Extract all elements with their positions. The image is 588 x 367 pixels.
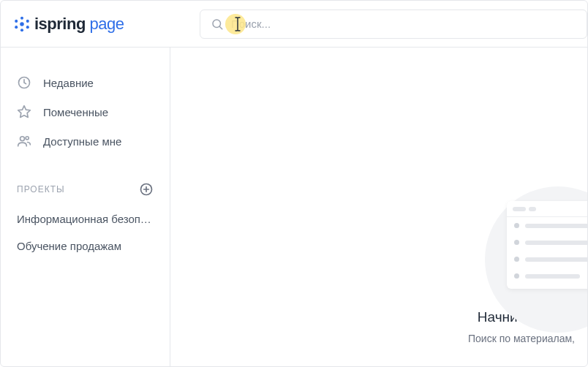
sidebar-item-label: Помеченные	[43, 106, 108, 118]
logo-brand1: ispring	[34, 15, 86, 33]
users-icon	[17, 134, 31, 148]
search-container	[170, 10, 587, 39]
logo-brand2: page	[86, 15, 124, 33]
svg-point-5	[15, 26, 18, 29]
search-input[interactable]	[231, 18, 576, 30]
plus-circle-icon	[139, 182, 154, 197]
svg-line-8	[219, 26, 222, 29]
sidebar-item-shared[interactable]: Доступные мне	[1, 126, 170, 156]
clock-icon	[17, 75, 31, 90]
empty-illustration	[456, 194, 587, 289]
search-box[interactable]	[200, 10, 587, 39]
sidebar-item-label: Доступные мне	[43, 135, 121, 148]
empty-subtitle: Поиск по материалам,	[426, 333, 587, 344]
svg-point-2	[20, 29, 23, 31]
sidebar: Недавние Помеченные Доступные мне ПРОЕКТ…	[1, 48, 170, 366]
svg-marker-10	[18, 106, 31, 118]
topbar: ispring page	[1, 1, 587, 48]
body: Недавние Помеченные Доступные мне ПРОЕКТ…	[1, 48, 587, 366]
sidebar-item-starred[interactable]: Помеченные	[1, 97, 170, 126]
svg-point-4	[26, 19, 29, 22]
logo-text: ispring page	[34, 15, 124, 34]
add-project-button[interactable]	[139, 182, 154, 197]
empty-state: Начните ввод Поиск по материалам,	[426, 194, 587, 344]
search-icon	[211, 18, 224, 31]
projects-title: ПРОЕКТЫ	[17, 184, 65, 194]
svg-point-1	[20, 16, 23, 19]
project-item[interactable]: Информационная безоп…	[1, 205, 170, 232]
projects-section-header: ПРОЕКТЫ	[1, 182, 170, 197]
project-item[interactable]: Обучение продажам	[1, 232, 170, 260]
svg-point-6	[26, 26, 29, 29]
main-content: Начните ввод Поиск по материалам,	[170, 48, 587, 366]
app-root: ispring page Недавние	[0, 0, 588, 367]
logo[interactable]: ispring page	[1, 15, 170, 34]
sidebar-item-recent[interactable]: Недавние	[1, 68, 170, 97]
svg-point-3	[15, 19, 18, 22]
sidebar-item-label: Недавние	[43, 77, 94, 89]
logo-icon	[14, 16, 30, 32]
star-icon	[17, 105, 31, 119]
svg-point-7	[213, 20, 221, 28]
svg-point-12	[26, 137, 29, 140]
svg-point-0	[20, 22, 24, 26]
svg-point-11	[20, 137, 25, 141]
